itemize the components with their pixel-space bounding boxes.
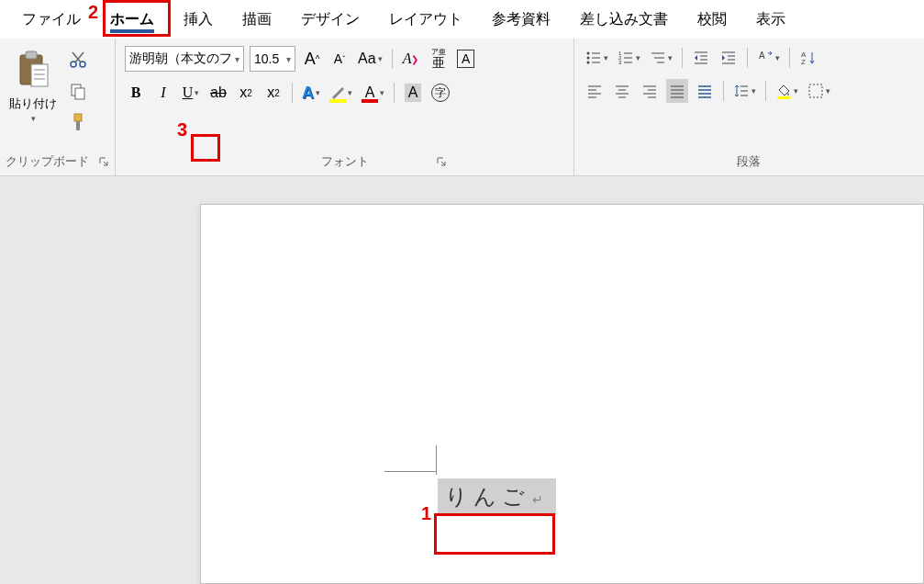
tab-file[interactable]: ファイル	[7, 3, 95, 37]
tab-references[interactable]: 参考資料	[477, 3, 565, 37]
chevron-down-icon: ▾	[316, 88, 320, 97]
clear-format-button[interactable]: A❯	[400, 47, 422, 71]
svg-rect-2	[31, 64, 48, 86]
bullets-button[interactable]: ▾	[584, 46, 610, 70]
decrease-indent-button[interactable]	[690, 46, 712, 70]
superscript-button[interactable]: x2	[262, 81, 284, 105]
tab-mailings[interactable]: 差し込み文書	[565, 3, 683, 37]
change-case-button[interactable]: Aa▾	[356, 47, 384, 71]
tab-layout[interactable]: レイアウト	[374, 3, 477, 37]
svg-point-16	[587, 57, 590, 60]
char-border-button[interactable]: A	[455, 47, 477, 71]
sort-button[interactable]: AZ	[797, 46, 819, 70]
dialog-launcher-icon[interactable]	[436, 156, 447, 167]
line-spacing-button[interactable]: ▾	[731, 79, 758, 103]
chevron-down-icon: ▾	[348, 88, 352, 97]
bullets-icon	[585, 50, 602, 66]
ribbon: 貼り付け ▾	[0, 39, 924, 176]
chevron-down-icon: ▾	[380, 88, 384, 97]
tab-design[interactable]: デザイン	[286, 3, 374, 37]
shrink-font-button[interactable]: Aˇ	[328, 47, 351, 71]
align-right-button[interactable]	[639, 79, 661, 103]
distribute-icon	[696, 83, 713, 99]
svg-rect-63	[777, 96, 790, 99]
scissors-icon	[69, 51, 87, 69]
tab-insert[interactable]: 挿入	[169, 3, 228, 37]
underline-button[interactable]: U ▾	[180, 81, 202, 105]
font-color-button[interactable]: A ▾	[360, 81, 386, 105]
align-center-button[interactable]	[611, 79, 633, 103]
tab-draw[interactable]: 描画	[228, 3, 286, 37]
outdent-icon	[693, 50, 709, 66]
svg-text:Z: Z	[801, 58, 806, 66]
svg-rect-64	[809, 84, 822, 97]
strikethrough-button[interactable]: ab	[207, 81, 229, 105]
group-clipboard: 貼り付け ▾	[0, 39, 116, 175]
increase-indent-button[interactable]	[718, 46, 740, 70]
phonetic-guide-button[interactable]: ア亜 亜	[428, 47, 450, 71]
font-size-combo[interactable]: 10.5 ▾	[250, 46, 295, 72]
chevron-down-icon: ▾	[195, 88, 199, 97]
selected-text[interactable]: りんご↵	[438, 478, 556, 515]
distribute-button[interactable]	[694, 79, 716, 103]
font-name-combo[interactable]: 游明朝（本文のフ ▾	[125, 46, 244, 72]
indent-icon	[720, 50, 737, 66]
tab-home[interactable]: ホーム	[95, 3, 169, 37]
char-shading-button[interactable]: A	[402, 81, 424, 105]
shading-button[interactable]: ▾	[774, 79, 800, 103]
line-spacing-icon	[733, 83, 750, 99]
font-name-value: 游明朝（本文のフ	[129, 51, 232, 67]
chevron-down-icon: ▾	[235, 54, 239, 64]
text-effects-button[interactable]: A ▾	[300, 81, 322, 105]
svg-rect-11	[75, 88, 84, 99]
svg-rect-12	[74, 114, 82, 121]
group-label-paragraph: 段落	[737, 153, 761, 170]
font-size-value: 10.5	[254, 51, 279, 66]
text-direction-button[interactable]: A ▾	[755, 46, 782, 70]
copy-button[interactable]	[66, 79, 90, 103]
dialog-launcher-icon[interactable]	[98, 156, 109, 167]
bucket-icon	[775, 83, 792, 99]
align-left-icon	[586, 83, 603, 99]
justify-button[interactable]	[666, 79, 688, 103]
multilevel-icon	[650, 50, 666, 66]
numbering-button[interactable]: 123 ▾	[616, 46, 642, 70]
document-area: りんご↵	[0, 176, 924, 584]
bold-button[interactable]: B	[125, 81, 147, 105]
svg-rect-1	[26, 51, 37, 59]
paste-button[interactable]: 貼り付け ▾	[6, 42, 61, 127]
sort-icon: AZ	[800, 50, 817, 66]
align-left-button[interactable]	[584, 79, 606, 103]
justify-icon	[669, 83, 685, 99]
enclose-char-button[interactable]: 字	[429, 81, 451, 105]
copy-icon	[69, 82, 87, 100]
brush-icon	[69, 112, 87, 132]
group-label-font: フォント	[321, 153, 369, 170]
margin-indicator	[384, 471, 436, 472]
grow-font-button[interactable]: A^	[301, 47, 323, 71]
subscript-button[interactable]: x2	[235, 81, 257, 105]
group-paragraph: ▾ 123 ▾ ▾	[574, 39, 923, 175]
page[interactable]: りんご↵	[200, 204, 924, 584]
borders-icon	[807, 83, 824, 99]
italic-button[interactable]: I	[152, 81, 174, 105]
cut-button[interactable]	[66, 48, 90, 72]
text-direction-icon: A	[757, 50, 774, 66]
paste-label: 貼り付け	[9, 95, 57, 112]
group-label-clipboard: クリップボード	[6, 153, 89, 170]
tab-view[interactable]: 表示	[741, 3, 800, 37]
ribbon-tabs: ファイル ホーム 挿入 描画 デザイン レイアウト 参考資料 差し込み文書 校閲…	[0, 0, 924, 39]
numbering-icon: 123	[618, 50, 634, 66]
highlight-button[interactable]: ▾	[328, 81, 354, 105]
align-right-icon	[641, 83, 658, 99]
svg-point-14	[587, 52, 590, 55]
borders-button[interactable]: ▾	[806, 79, 832, 103]
paragraph-mark-icon: ↵	[532, 493, 543, 507]
svg-text:A: A	[759, 51, 765, 61]
cursor-indicator	[436, 445, 437, 475]
multilevel-list-button[interactable]: ▾	[648, 46, 674, 70]
format-painter-button[interactable]	[66, 110, 90, 134]
tab-review[interactable]: 校閲	[683, 3, 741, 37]
chevron-down-icon: ▾	[286, 54, 291, 64]
svg-point-18	[587, 62, 590, 64]
